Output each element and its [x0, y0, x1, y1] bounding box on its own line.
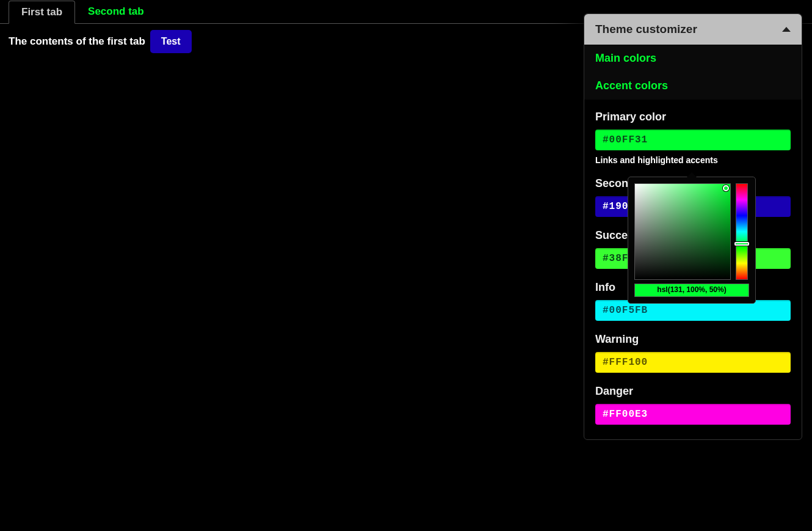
sv-cursor[interactable]	[723, 185, 729, 191]
tab-first[interactable]: First tab	[9, 1, 75, 24]
tab-content-text: The contents of the first tab	[9, 35, 145, 48]
warning-color-group: Warning	[595, 333, 791, 373]
danger-color-group: Danger	[595, 385, 791, 425]
hue-slider-thumb[interactable]	[734, 242, 749, 246]
primary-color-group: Primary color Links and highlighted acce…	[595, 111, 791, 165]
test-button[interactable]: Test	[150, 30, 192, 53]
primary-color-desc: Links and highlighted accents	[595, 155, 791, 165]
color-swatch-readout: hsl(131, 100%, 50%)	[634, 284, 749, 297]
saturation-value-area[interactable]	[634, 183, 731, 280]
hue-slider[interactable]	[736, 183, 748, 280]
primary-color-input[interactable]	[595, 130, 791, 150]
warning-color-label: Warning	[595, 333, 791, 346]
tab-second[interactable]: Second tab	[75, 0, 157, 23]
popover-arrow-icon	[687, 172, 697, 177]
section-main-colors[interactable]: Main colors	[584, 45, 802, 72]
color-picker-popover: hsl(131, 100%, 50%)	[628, 177, 756, 304]
customizer-header[interactable]: Theme customizer	[584, 14, 802, 45]
customizer-title: Theme customizer	[595, 23, 697, 36]
danger-color-input[interactable]	[595, 404, 791, 425]
customizer-sections: Main colors Accent colors	[584, 45, 802, 100]
danger-color-label: Danger	[595, 385, 791, 398]
section-accent-colors[interactable]: Accent colors	[584, 72, 802, 100]
caret-up-icon	[782, 27, 791, 32]
primary-color-label: Primary color	[595, 111, 791, 123]
warning-color-input[interactable]	[595, 352, 791, 373]
